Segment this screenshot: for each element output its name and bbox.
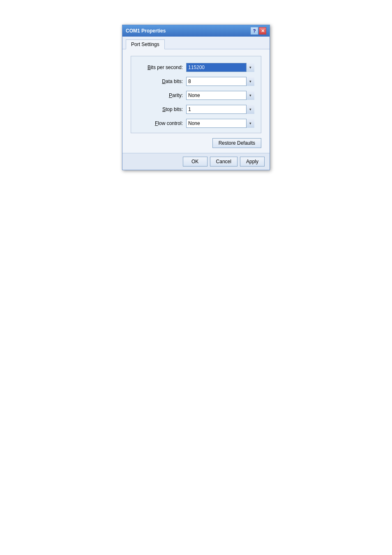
cancel-button[interactable]: Cancel [210, 157, 238, 166]
help-button[interactable]: ? [251, 27, 258, 35]
bits-per-second-label: Bits per second: [138, 65, 183, 70]
dialog-content: Port Settings Bits per second: 115200 11… [122, 37, 270, 170]
parity-wrapper: None Odd Even Mark Space ▾ [186, 91, 254, 100]
parity-row: Parity: None Odd Even Mark Space ▾ [138, 91, 254, 100]
bits-per-second-wrapper: 115200 110 300 600 1200 2400 4800 9600 1… [186, 63, 254, 72]
tabs-bar: Port Settings [122, 37, 270, 49]
title-bar: COM1 Properties ? ✕ [122, 25, 270, 37]
flow-control-select[interactable]: None Hardware Xon / Xoff [186, 119, 254, 128]
flow-control-label: Flow control: [138, 120, 183, 126]
tab-port-settings[interactable]: Port Settings [126, 39, 165, 49]
restore-defaults-row: Restore Defaults [131, 138, 261, 148]
dialog-window: COM1 Properties ? ✕ Port Settings Bits p… [122, 25, 270, 170]
bits-per-second-select[interactable]: 115200 110 300 600 1200 2400 4800 9600 1… [186, 63, 254, 72]
ok-button[interactable]: OK [183, 157, 208, 166]
dialog-title: COM1 Properties [126, 28, 166, 34]
stop-bits-label: Stop bits: [138, 106, 183, 112]
stop-bits-row: Stop bits: 1 1.5 2 ▾ [138, 105, 254, 114]
apply-button[interactable]: Apply [240, 157, 265, 166]
inner-box: Bits per second: 115200 110 300 600 1200… [131, 56, 261, 133]
flow-control-row: Flow control: None Hardware Xon / Xoff ▾ [138, 119, 254, 128]
stop-bits-wrapper: 1 1.5 2 ▾ [186, 105, 254, 114]
data-bits-wrapper: 5 6 7 8 ▾ [186, 77, 254, 86]
dialog-footer: OK Cancel Apply [122, 153, 270, 170]
data-bits-row: Data bits: 5 6 7 8 ▾ [138, 77, 254, 86]
restore-defaults-button[interactable]: Restore Defaults [212, 138, 261, 148]
data-bits-label: Data bits: [138, 79, 183, 84]
data-bits-select[interactable]: 5 6 7 8 [186, 77, 254, 86]
parity-select[interactable]: None Odd Even Mark Space [186, 91, 254, 100]
flow-control-wrapper: None Hardware Xon / Xoff ▾ [186, 119, 254, 128]
title-bar-buttons: ? ✕ [251, 27, 266, 35]
settings-panel: Bits per second: 115200 110 300 600 1200… [122, 49, 270, 153]
bits-per-second-row: Bits per second: 115200 110 300 600 1200… [138, 63, 254, 72]
stop-bits-select[interactable]: 1 1.5 2 [186, 105, 254, 114]
close-button[interactable]: ✕ [259, 27, 266, 35]
parity-label: Parity: [138, 92, 183, 98]
